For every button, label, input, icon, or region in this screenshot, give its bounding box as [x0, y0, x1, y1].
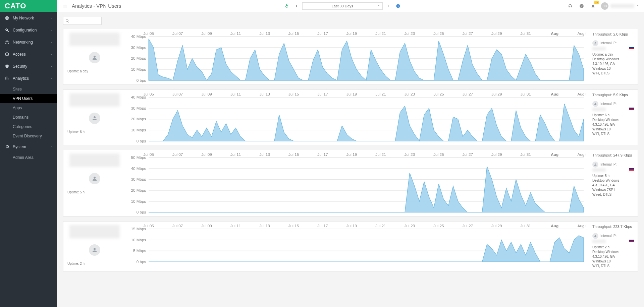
svg-text:10 Mbps: 10 Mbps [131, 199, 146, 203]
svg-text:Jul 11: Jul 11 [230, 92, 241, 96]
svg-text:Jul 31: Jul 31 [521, 92, 531, 96]
svg-text:0 bps: 0 bps [137, 138, 146, 143]
uptime-caption: Uptime: 2 h [67, 262, 85, 265]
user-name-redacted [69, 33, 120, 46]
svg-text:Jul 19: Jul 19 [346, 152, 357, 157]
flag-icon [629, 47, 634, 50]
nav-item-analytics[interactable]: Analytics [0, 72, 57, 84]
chevron-down-icon [377, 4, 380, 8]
svg-text:Aug 04: Aug 04 [578, 224, 586, 228]
notifications-button[interactable]: 25 [590, 3, 596, 9]
svg-text:Jul 13: Jul 13 [259, 152, 270, 157]
user-summary[interactable]: Uptime: 2 h [63, 222, 125, 271]
svg-text:Jul 15: Jul 15 [288, 152, 299, 157]
svg-text:Jul 09: Jul 09 [201, 152, 212, 157]
ip-redacted [592, 47, 606, 50]
nav-sub-sites[interactable]: Sites [0, 84, 57, 94]
svg-text:20 Mbps: 20 Mbps [131, 117, 146, 121]
bars-icon [4, 75, 10, 81]
flag-icon [629, 108, 634, 111]
svg-text:20 Mbps: 20 Mbps [131, 188, 146, 192]
svg-text:Aug 04: Aug 04 [578, 31, 586, 36]
search-input[interactable] [63, 17, 102, 25]
svg-text:Jul 21: Jul 21 [375, 92, 386, 96]
uptime-caption: Uptime: 5 h [67, 190, 85, 194]
svg-text:Aug: Aug [551, 31, 558, 36]
refresh-icon[interactable] [283, 3, 290, 9]
nav-sub-event-discovery[interactable]: Event Discovery [0, 131, 57, 141]
user-summary[interactable]: Uptime: 6 h [63, 90, 125, 145]
next-button[interactable] [385, 3, 392, 9]
nav-sub-categories[interactable]: Categories [0, 122, 57, 131]
chevron-icon [50, 40, 53, 45]
svg-text:10 Mbps: 10 Mbps [131, 67, 146, 71]
throughput-chart: 40 Mbps30 Mbps20 Mbps10 Mbps0 bpsJul 05J… [125, 29, 589, 84]
nav-sub-vpn-users[interactable]: VPN Users [0, 94, 57, 103]
help-icon[interactable] [578, 3, 585, 9]
nav-item-admin-area[interactable]: Admin Area [0, 153, 57, 162]
prev-button[interactable] [293, 3, 300, 9]
user-row: Uptime: 2 h15 Mbps10 Mbps5 Mbps0 bpsJul … [63, 221, 638, 271]
user-avatar: DG [601, 2, 608, 10]
user-details: Throughput: 5.9 KbpsInternal IP:Uptime: … [589, 90, 638, 145]
page-title: Analytics - VPN Users [72, 3, 121, 9]
svg-text:0 bps: 0 bps [137, 78, 146, 82]
content: Uptime: a day40 Mbps30 Mbps20 Mbps10 Mbp… [57, 12, 644, 307]
svg-text:Jul 23: Jul 23 [405, 31, 415, 36]
connection-details: Uptime: a dayDesktop Windows4.3.10.426, … [592, 52, 634, 76]
shield-icon [4, 63, 10, 69]
svg-text:Jul 25: Jul 25 [433, 92, 444, 96]
gear-icon [4, 144, 10, 150]
nav-sub-domains[interactable]: Domains [0, 113, 57, 122]
network-icon [4, 39, 10, 45]
nav-item-security[interactable]: Security [0, 60, 57, 72]
date-range-label: Last 30 Days [332, 4, 353, 8]
date-range-controls: Last 30 Days [283, 2, 401, 10]
brand-logo: CATO [0, 0, 57, 12]
svg-text:Jul 25: Jul 25 [433, 152, 444, 157]
nav-item-system[interactable]: System [0, 141, 57, 153]
svg-text:Aug: Aug [551, 92, 558, 96]
svg-text:Jul 05: Jul 05 [144, 92, 154, 96]
svg-text:Jul 19: Jul 19 [346, 224, 357, 228]
headset-icon[interactable] [567, 3, 574, 9]
throughput-chart: 50 Mbps40 Mbps30 Mbps20 Mbps10 Mbps0 bps… [125, 150, 589, 216]
user-summary[interactable]: Uptime: 5 h [63, 150, 125, 216]
internal-ip: Internal IP: [592, 101, 634, 107]
nav-item-networking[interactable]: Networking [0, 36, 57, 48]
throughput-value: Throughput: 2.0 Kbps [592, 32, 634, 37]
flag-icon [629, 168, 634, 172]
user-icon [592, 233, 598, 239]
wrench-icon [4, 27, 10, 33]
nav-sub-apps[interactable]: Apps [0, 103, 57, 113]
flag-icon [629, 240, 634, 243]
target-icon [4, 51, 10, 57]
user-menu[interactable]: DG [601, 2, 639, 10]
svg-text:Jul 23: Jul 23 [405, 224, 415, 228]
svg-text:Jul 15: Jul 15 [288, 31, 299, 36]
svg-text:Jul 11: Jul 11 [230, 224, 241, 228]
main: Analytics - VPN Users Last 30 Days [57, 0, 644, 307]
svg-text:Jul 31: Jul 31 [521, 31, 531, 36]
header-actions: 25 DG [567, 2, 639, 10]
svg-text:20 Mbps: 20 Mbps [131, 56, 146, 60]
svg-text:Jul 05: Jul 05 [144, 224, 154, 228]
user-name-redacted [69, 93, 120, 107]
internal-ip: Internal IP: [592, 40, 634, 46]
svg-text:Jul 27: Jul 27 [463, 224, 473, 228]
svg-text:Jul 17: Jul 17 [317, 224, 328, 228]
info-icon[interactable] [395, 3, 401, 9]
nav-item-configuration[interactable]: Configuration [0, 24, 57, 36]
nav-item-access[interactable]: Access [0, 48, 57, 60]
user-details: Throughput: 223.7 KbpsInternal IP:Uptime… [589, 222, 638, 271]
svg-text:Jul 29: Jul 29 [491, 152, 502, 157]
svg-text:Jul 19: Jul 19 [346, 92, 357, 96]
hamburger-icon[interactable] [62, 3, 68, 9]
chevron-down-icon [636, 4, 639, 8]
chevron-icon [50, 144, 53, 149]
user-summary[interactable]: Uptime: a day [63, 29, 125, 84]
date-range-select[interactable]: Last 30 Days [302, 2, 383, 10]
notifications-badge: 25 [594, 1, 599, 4]
nav-item-my-network[interactable]: My Network [0, 12, 57, 24]
user-icon [592, 162, 598, 168]
